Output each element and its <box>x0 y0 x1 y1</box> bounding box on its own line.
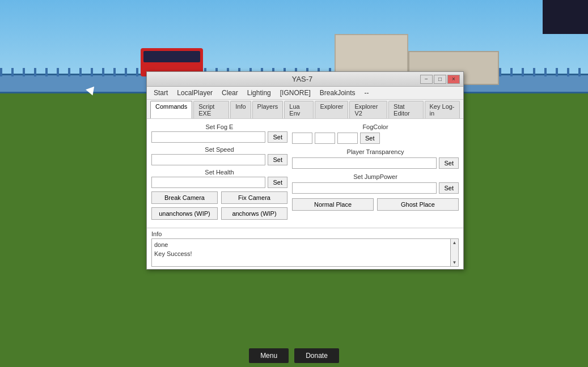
health-label: Set Health <box>151 169 287 176</box>
wip-buttons: unanchorws (WIP) anchorws (WIP) <box>151 207 287 220</box>
place-buttons: Normal Place Ghost Place <box>292 198 459 211</box>
transparency-input[interactable] <box>292 157 437 169</box>
bottom-bar: Menu Donate <box>0 344 588 367</box>
info-section-label: Info <box>151 231 459 237</box>
ghost-place-button[interactable]: Ghost Place <box>377 198 459 211</box>
info-line-1: done <box>154 240 448 249</box>
unanchorws-button[interactable]: unanchorws (WIP) <box>151 207 218 220</box>
camera-buttons: Break Camera Fix Camera <box>151 191 287 204</box>
speed-set-button[interactable]: Set <box>268 154 287 165</box>
tab-commands[interactable]: Commands <box>150 101 192 118</box>
minimize-button[interactable]: − <box>420 75 433 84</box>
fog-color-section: FogColor Set <box>292 123 459 144</box>
window-title: YAS-7 <box>184 75 420 83</box>
transparency-row: Set <box>292 157 459 169</box>
jumppower-section: Set JumpPower Set <box>292 173 459 194</box>
fog-color-b[interactable] <box>337 133 358 144</box>
jumppower-set-button[interactable]: Set <box>439 182 459 194</box>
close-button[interactable]: × <box>447 75 460 84</box>
info-section: Info done Key Success! ▲ ▼ <box>147 228 463 269</box>
bus-window <box>143 51 200 62</box>
jumppower-row: Set <box>292 182 459 194</box>
menu-misc[interactable]: -- <box>361 88 373 98</box>
transparency-section: Player Transparency Set <box>292 148 459 169</box>
tab-explorerv2[interactable]: Explorer V2 <box>349 101 387 118</box>
menu-breakjoints[interactable]: BreakJoints <box>316 88 359 98</box>
anchorws-button[interactable]: anchorws (WIP) <box>221 207 287 220</box>
speed-row: Set <box>151 154 287 165</box>
tab-stateditor[interactable]: Stat Editor <box>388 101 423 118</box>
fog-color-set-button[interactable]: Set <box>360 133 380 144</box>
fog-row: Set <box>151 131 287 143</box>
fog-label: Set Fog E <box>151 123 287 130</box>
tab-players[interactable]: Players <box>252 101 284 118</box>
tab-keylogin[interactable]: Key Log-in <box>425 101 460 118</box>
left-column: Set Fog E Set Set Speed Set Set Health <box>151 123 287 223</box>
menu-clear[interactable]: Clear <box>218 88 242 98</box>
menubar: Start LocalPlayer Clear Lighting [IGNORE… <box>147 87 463 100</box>
jumppower-label: Set JumpPower <box>292 173 459 180</box>
roblox-logo <box>543 0 588 34</box>
fog-input[interactable] <box>151 131 265 143</box>
fog-group: Set Fog E Set <box>151 123 287 143</box>
menu-ignore[interactable]: [IGNORE] <box>277 88 314 98</box>
menu-button[interactable]: Menu <box>249 348 289 363</box>
jumppower-input[interactable] <box>292 182 437 194</box>
tabs: Commands Script EXE Info Players Lua Env… <box>147 100 463 119</box>
info-text-area: done Key Success! <box>152 239 450 266</box>
fog-color-row: Set <box>292 133 459 144</box>
info-line-2: Key Success! <box>154 249 448 258</box>
tab-luaenv[interactable]: Lua Env <box>284 101 314 118</box>
tab-explorer[interactable]: Explorer <box>315 101 348 118</box>
donate-button[interactable]: Donate <box>294 348 339 363</box>
tab-scriptexe[interactable]: Script EXE <box>193 101 229 118</box>
health-row: Set <box>151 177 287 188</box>
window-controls: − □ × <box>420 75 460 84</box>
menu-lighting[interactable]: Lighting <box>244 88 274 98</box>
fog-color-r[interactable] <box>292 133 312 144</box>
health-input[interactable] <box>151 177 265 188</box>
normal-place-button[interactable]: Normal Place <box>292 198 374 211</box>
scroll-up-arrow[interactable]: ▲ <box>452 240 457 245</box>
menu-start[interactable]: Start <box>150 88 171 98</box>
maximize-button[interactable]: □ <box>434 75 446 84</box>
health-group: Set Health Set <box>151 169 287 188</box>
fix-camera-button[interactable]: Fix Camera <box>221 191 287 204</box>
tab-info[interactable]: Info <box>230 101 251 118</box>
fog-color-label: FogColor <box>292 123 459 130</box>
fog-set-button[interactable]: Set <box>268 131 287 143</box>
health-set-button[interactable]: Set <box>268 177 287 188</box>
scroll-down-arrow[interactable]: ▼ <box>452 260 457 265</box>
info-box: done Key Success! ▲ ▼ <box>151 238 459 267</box>
info-scrollbar[interactable]: ▲ ▼ <box>450 239 458 266</box>
speed-label: Set Speed <box>151 146 287 153</box>
transparency-set-button[interactable]: Set <box>439 157 459 169</box>
titlebar: YAS-7 − □ × <box>147 72 463 87</box>
speed-input[interactable] <box>151 154 265 165</box>
main-window: YAS-7 − □ × Start LocalPlayer Clear Ligh… <box>146 71 464 270</box>
transparency-label: Player Transparency <box>292 148 459 155</box>
menu-localplayer[interactable]: LocalPlayer <box>174 88 216 98</box>
break-camera-button[interactable]: Break Camera <box>151 191 218 204</box>
fog-color-g[interactable] <box>315 133 335 144</box>
speed-group: Set Speed Set <box>151 146 287 165</box>
content-area: Set Fog E Set Set Speed Set Set Health <box>147 119 463 228</box>
right-column: FogColor Set Player Transparency Set Set <box>292 123 459 223</box>
